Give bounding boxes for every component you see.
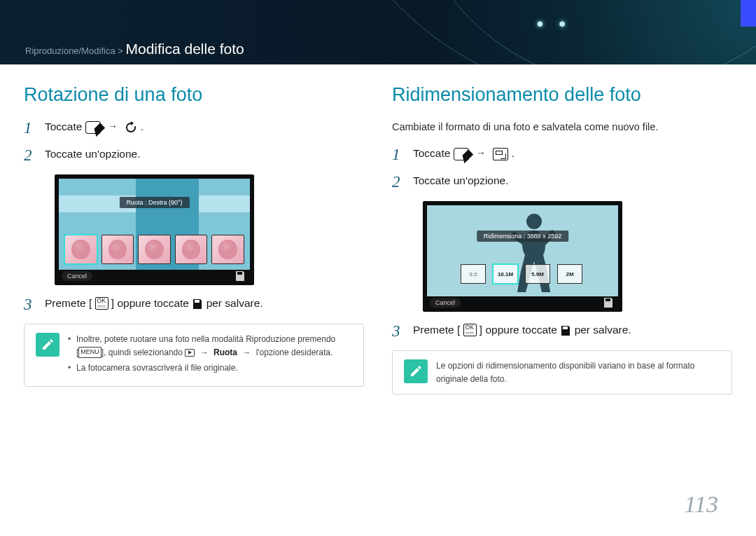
rotate-option[interactable] [138,235,171,264]
arrow-icon: → [197,348,211,357]
step-text-part: . [141,121,144,132]
rotate-option[interactable] [64,235,97,264]
screenshot-canvas: Ruota : Destra (90°) [59,179,250,270]
save-icon[interactable] [603,298,615,308]
resize-step-3: 3 Premete [ OK▭▭ ] oppure toccate per sa… [392,323,732,339]
note-pen-icon [404,359,428,383]
resize-step-1: 1 Toccate → . [392,146,732,163]
step-text-part: . [512,147,514,159]
ok-button-icon: OK▭▭ [95,297,108,310]
note-box-resize: Le opzioni di ridimensionamento disponib… [392,350,732,394]
rotation-screenshot: Ruota : Destra (90°) Cancel [55,174,254,285]
rotation-option-row [64,235,244,264]
save-icon[interactable] [234,271,247,281]
ok-button-icon: OK▭▭ [463,324,477,336]
playback-icon [185,349,195,357]
screenshot-bottom-bar: Cancel [427,296,618,308]
note-line: Inoltre, potete ruotare una foto nella m… [68,333,335,359]
rotate-icon [125,121,137,134]
note-line: La fotocamera sovrascriverà il file orig… [68,362,335,375]
edit-image-icon [85,121,101,134]
cancel-button[interactable]: Cancel [62,271,92,281]
note-bold: Ruota [214,348,237,357]
manual-page: •• Riproduzione/Modifica > Modifica dell… [0,0,756,536]
breadcrumb: Riproduzione/Modifica > Modifica delle f… [25,41,244,57]
resize-icon [493,148,508,160]
step-number: 2 [392,174,405,190]
step-text: Toccate → . [413,146,514,161]
resize-screenshot: Ridimensiona : 3888 x 2592 3:2 10.1M 5.9… [423,201,622,312]
size-option[interactable]: 5.9M [525,264,550,284]
step-number: 3 [392,323,405,339]
rotate-option[interactable] [211,235,244,264]
note-pen-icon [36,333,59,357]
resize-intro: Cambiate il formato di una foto e salvat… [392,120,732,134]
content-columns: Rotazione di una foto 1 Toccate → . 2 To… [0,64,756,394]
overlay-label: Ridimensiona : 3888 x 2592 [477,231,569,242]
step-text-part: Premete [ [45,297,92,309]
heading-resize: Ridimensionamento delle foto [392,84,732,106]
step-text-part: Toccate [45,121,82,132]
note-body: Le opzioni di ridimensionamento disponib… [436,359,720,385]
screenshot-canvas: Ridimensiona : 3888 x 2592 3:2 10.1M 5.9… [427,205,618,296]
page-header: •• Riproduzione/Modifica > Modifica dell… [0,0,756,64]
section-color-tab [741,0,756,27]
rotate-option[interactable] [175,235,208,264]
save-icon [192,298,203,310]
column-resize: Ridimensionamento delle foto Cambiate il… [392,84,732,394]
step-text-part: per salvare. [206,297,263,309]
step-text: Toccate un'opzione. [413,174,509,188]
page-number: 113 [685,491,718,518]
rotate-option[interactable] [102,235,134,264]
rotation-step-3: 3 Premete [ OK▭▭ ] oppure toccate per sa… [24,296,364,312]
page-title: Modifica delle foto [125,41,244,57]
step-text: Premete [ OK▭▭ ] oppure toccate per salv… [413,323,631,338]
step-text-part: Toccate [413,147,450,159]
arrow-icon: → [472,147,490,158]
arrow-icon: → [239,348,253,357]
step-text-part: ] oppure toccate [479,324,557,336]
decorative-dots: •• [536,13,581,35]
step-text-part: per salvare. [575,324,631,336]
step-text: Toccate un'opzione. [45,147,141,162]
column-rotation: Rotazione di una foto 1 Toccate → . 2 To… [24,84,364,394]
arrow-icon: → [104,121,122,132]
note-body: Inoltre, potete ruotare una foto nella m… [68,333,335,378]
size-option[interactable]: 2M [557,264,582,284]
edit-image-icon [454,148,469,160]
step-text-part: ] oppure toccate [111,297,189,309]
overlay-label: Ruota : Destra (90°) [119,197,189,208]
screenshot-bottom-bar: Cancel [59,270,250,281]
breadcrumb-path: Riproduzione/Modifica > [25,46,123,56]
menu-icon: MENU [78,347,102,358]
rotation-step-1: 1 Toccate → . [24,120,364,136]
step-number: 1 [392,146,405,163]
cancel-button[interactable]: Cancel [430,298,461,308]
size-option-row: 3:2 10.1M 5.9M 2M [461,264,582,284]
rotation-step-2: 2 Toccate un'opzione. [24,147,364,163]
size-option[interactable]: 3:2 [461,264,486,284]
size-option[interactable]: 10.1M [493,264,518,284]
step-text: Premete [ OK▭▭ ] oppure toccate per salv… [45,296,263,311]
heading-rotation: Rotazione di una foto [24,84,364,106]
step-number: 3 [24,296,36,312]
step-number: 2 [24,147,36,163]
step-text-part: Premete [ [413,324,460,336]
step-text: Toccate → . [45,120,144,135]
note-box-rotation: Inoltre, potete ruotare una foto nella m… [24,324,364,387]
resize-step-2: 2 Toccate un'opzione. [392,174,732,190]
save-icon [560,325,571,336]
step-number: 1 [24,120,36,136]
